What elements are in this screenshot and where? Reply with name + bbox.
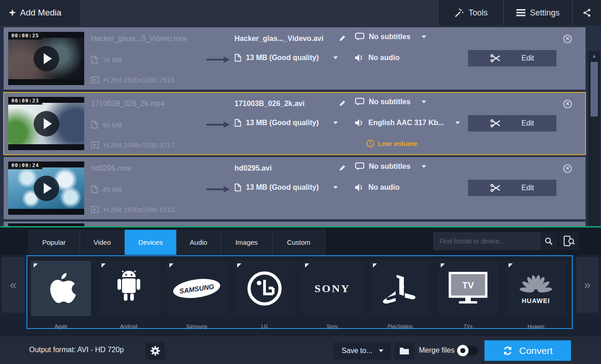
subtitles-value: No subtitles — [369, 98, 411, 106]
remove-file-icon[interactable]: ✕ — [563, 164, 572, 173]
edit-label: Edit — [521, 184, 534, 192]
toggle-knob[interactable] — [457, 345, 469, 356]
play-button[interactable] — [34, 46, 59, 71]
tab-images[interactable]: Images — [221, 230, 273, 255]
search-button[interactable] — [540, 233, 557, 250]
rename-pencil-icon[interactable] — [338, 100, 346, 107]
subtitles-dropdown[interactable]: No subtitles — [355, 33, 426, 41]
settings-label: Settings — [530, 8, 560, 18]
device-tile-playstation[interactable]: PlayStation — [370, 261, 430, 316]
tab-audio[interactable]: Audio — [177, 230, 221, 255]
audio-track-dropdown[interactable]: English AAC 317 Kb... — [355, 119, 460, 127]
device-tile-huawei[interactable]: HUAWEI Huawei — [506, 261, 566, 316]
output-filename: Hacker_glas..._Videvo.avi — [234, 35, 323, 43]
duration-badge: 00:00:25 — [8, 32, 42, 40]
video-thumbnail[interactable]: 00:00:24 — [8, 162, 84, 215]
remove-file-icon[interactable]: ✕ — [563, 35, 572, 43]
source-codec: H.264 1920x1080 2516... — [103, 76, 180, 84]
output-filename: hd0295.avi — [234, 164, 272, 172]
format-settings-button[interactable] — [146, 342, 165, 359]
play-button[interactable] — [34, 111, 59, 136]
media-row-3[interactable]: 00:00:24 hd0295.mov 45 MB H.264 1920x108… — [4, 157, 586, 219]
conversion-arrow-icon — [206, 121, 230, 128]
merge-files-toggle[interactable] — [458, 346, 478, 355]
speaker-icon — [355, 119, 364, 126]
device-label: Android — [99, 324, 159, 329]
output-size: 13 MB (Good quality) — [246, 54, 319, 62]
search-input[interactable] — [434, 238, 540, 245]
list-scrollbar[interactable]: ▲ ▼ — [588, 51, 600, 252]
sony-logo-icon: SONY — [302, 261, 362, 316]
plus-icon: + — [9, 7, 15, 18]
conversion-arrow-icon — [206, 56, 230, 63]
video-thumbnail[interactable]: 00:00:25 — [8, 32, 84, 85]
android-logo-icon — [99, 261, 159, 316]
open-folder-button[interactable] — [394, 342, 414, 359]
tab-devices[interactable]: Devices — [125, 230, 177, 255]
output-size: 13 MB (Good quality) — [246, 119, 319, 127]
device-label: LG — [234, 324, 295, 329]
device-tile-tvs[interactable]: TV TVs — [438, 261, 498, 316]
magic-wand-icon — [454, 8, 464, 18]
tab-popular[interactable]: Popular — [28, 230, 80, 255]
convert-button[interactable]: Convert — [484, 340, 571, 361]
save-to-button[interactable]: Save to... — [334, 342, 391, 359]
audio-value: No audio — [368, 54, 399, 62]
device-label: Sony — [302, 324, 362, 329]
tools-button[interactable]: Tools — [438, 0, 503, 25]
media-row-1[interactable]: 00:00:25 Hacker_glass...3_Videvo.mov 76 … — [4, 27, 586, 90]
tab-custom[interactable]: Custom — [273, 230, 325, 255]
device-tiles-container: Apple A — [26, 255, 573, 329]
device-tile-sony[interactable]: SONY Sony — [302, 261, 362, 316]
rename-pencil-icon[interactable] — [338, 164, 346, 172]
menu-icon — [516, 9, 525, 16]
remove-file-icon[interactable]: ✕ — [563, 100, 572, 108]
edit-button[interactable]: Edit — [468, 180, 556, 196]
duration-badge: 00:00:24 — [8, 162, 42, 169]
edit-button[interactable]: Edit — [468, 50, 556, 66]
edit-button[interactable]: Edit — [468, 115, 556, 131]
subtitles-value: No subtitles — [369, 33, 411, 41]
file-icon — [91, 121, 98, 129]
convert-label: Convert — [519, 345, 553, 356]
play-button[interactable] — [34, 176, 59, 201]
format-search-field[interactable] — [433, 233, 540, 250]
scroll-right-button[interactable]: » — [576, 257, 598, 313]
output-quality-dropdown[interactable]: 13 MB (Good quality) — [234, 54, 338, 62]
scrollbar-thumb[interactable] — [591, 62, 598, 116]
media-row-2-selected[interactable]: 00:00:23 171003B_026_2k.mp4 90 MB H.264 … — [4, 92, 586, 155]
device-tile-apple[interactable]: Apple — [31, 261, 91, 316]
tools-label: Tools — [469, 8, 488, 18]
source-filename: 171003B_026_2k.mp4 — [91, 100, 164, 108]
huawei-wordmark: HUAWEI — [522, 297, 550, 304]
rename-pencil-icon[interactable] — [338, 35, 346, 42]
scroll-left-button[interactable]: « — [2, 257, 25, 313]
share-button[interactable] — [572, 0, 601, 25]
audio-track[interactable]: No audio — [355, 54, 399, 62]
merge-files-label: Merge files — [419, 346, 454, 354]
subtitles-dropdown[interactable]: No subtitles — [355, 162, 426, 171]
video-thumbnail[interactable]: 00:00:23 — [8, 97, 84, 150]
format-tabbar: Popular Video Devices Audio Images Custo… — [0, 228, 601, 255]
file-icon — [234, 119, 241, 127]
settings-button[interactable]: Settings — [504, 0, 572, 25]
tab-video[interactable]: Video — [80, 230, 125, 255]
scroll-up-icon[interactable]: ▲ — [588, 53, 600, 62]
audio-track[interactable]: No audio — [355, 183, 399, 192]
chevron-down-icon — [333, 186, 338, 189]
source-codec: H.264 2048x1080 3217... — [103, 141, 180, 149]
output-quality-dropdown[interactable]: 13 MB (Good quality) — [234, 183, 338, 192]
add-media-button[interactable]: + Add Media — [0, 0, 80, 25]
device-tile-samsung[interactable]: SAMSUNG Samsung — [167, 261, 227, 316]
warning-text: Low volume — [378, 140, 418, 147]
scissors-icon — [490, 119, 500, 127]
device-tile-android[interactable]: Android — [99, 261, 159, 316]
detect-device-button[interactable] — [559, 233, 579, 250]
device-tile-lg[interactable]: LG — [234, 261, 295, 316]
chevron-down-icon — [333, 121, 338, 124]
media-row-4-partial[interactable] — [4, 222, 586, 226]
source-size: 76 MB — [102, 56, 122, 64]
subtitles-dropdown[interactable]: No subtitles — [355, 98, 426, 106]
playstation-logo-icon — [370, 261, 430, 316]
output-quality-dropdown[interactable]: 13 MB (Good quality) — [234, 119, 338, 127]
